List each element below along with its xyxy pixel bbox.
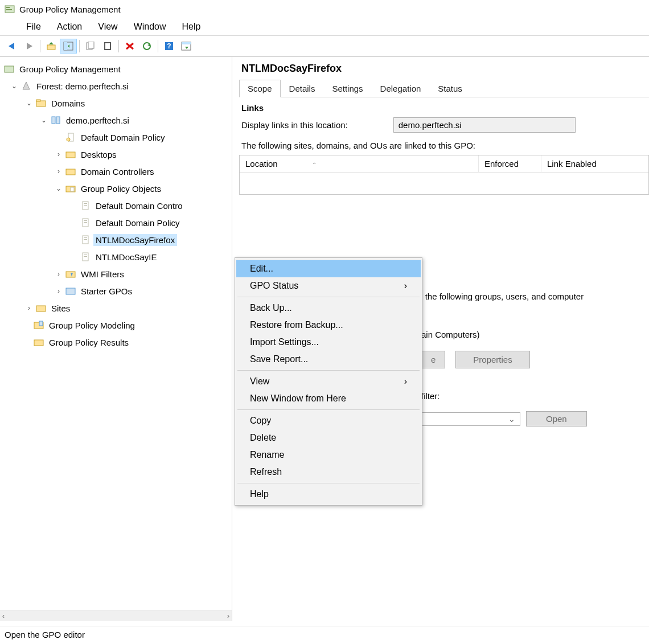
tree-domain-controllers[interactable]: › Domain Controllers bbox=[3, 163, 232, 180]
chevron-down-icon: ⌄ bbox=[508, 415, 515, 424]
col-enforced[interactable]: Enforced bbox=[479, 155, 541, 172]
menu-action[interactable]: Action bbox=[57, 22, 82, 32]
menu-window[interactable]: Window bbox=[134, 22, 166, 32]
tab-scope[interactable]: Scope bbox=[239, 80, 281, 97]
wmi-icon bbox=[65, 269, 76, 279]
paste-button[interactable] bbox=[99, 39, 116, 54]
svg-point-30 bbox=[67, 138, 70, 141]
collapse-icon[interactable]: ⌄ bbox=[40, 116, 48, 124]
ctx-copy[interactable]: Copy bbox=[236, 412, 421, 429]
svg-rect-45 bbox=[84, 255, 87, 255]
tab-delegation[interactable]: Delegation bbox=[372, 80, 430, 97]
refresh-button[interactable] bbox=[138, 39, 155, 54]
svg-rect-42 bbox=[84, 237, 87, 238]
svg-rect-50 bbox=[36, 306, 46, 311]
details-title: NTLMDocSayFirefox bbox=[241, 63, 649, 75]
collapse-icon[interactable]: ⌄ bbox=[25, 99, 33, 107]
tree-gpo-container[interactable]: ⌄ Group Policy Objects bbox=[3, 180, 232, 197]
nav-forward-button[interactable] bbox=[20, 39, 38, 54]
titlebar: Group Policy Management bbox=[0, 0, 649, 18]
tree-gpo-ntlmie[interactable]: NTLMDocSayIE bbox=[3, 248, 232, 265]
tree-default-domain-policy[interactable]: Default Domain Policy bbox=[3, 129, 232, 146]
tree-pane: Group Policy Management ⌄ Forest: demo.p… bbox=[0, 57, 232, 621]
svg-rect-32 bbox=[66, 169, 75, 175]
svg-rect-39 bbox=[84, 220, 87, 221]
tree-forest[interactable]: ⌄ Forest: demo.perftech.si bbox=[3, 77, 232, 95]
tree-desktops[interactable]: › Desktops bbox=[3, 146, 232, 163]
svg-rect-40 bbox=[84, 222, 87, 223]
expand-icon[interactable]: › bbox=[55, 167, 63, 175]
ctx-help[interactable]: Help bbox=[236, 486, 421, 503]
display-links-location-combo[interactable]: demo.perftech.si bbox=[393, 117, 576, 133]
svg-rect-11 bbox=[88, 42, 94, 48]
gpo-item-icon bbox=[80, 235, 91, 245]
svg-marker-3 bbox=[9, 43, 14, 50]
help-button[interactable]: ? bbox=[161, 39, 178, 54]
delete-button[interactable] bbox=[121, 39, 138, 54]
tree-root[interactable]: Group Policy Management bbox=[3, 60, 232, 77]
ou-icon bbox=[65, 149, 76, 159]
open-button[interactable]: Open bbox=[526, 411, 587, 426]
menu-view[interactable]: View bbox=[98, 22, 117, 32]
tree-domains[interactable]: ⌄ Domains bbox=[3, 95, 232, 112]
svg-rect-23 bbox=[5, 66, 14, 72]
window-title: Group Policy Management bbox=[19, 5, 121, 14]
menu-help[interactable]: Help bbox=[182, 22, 201, 32]
col-link-enabled[interactable]: Link Enabled bbox=[541, 155, 621, 172]
gpo-folder-icon bbox=[65, 183, 76, 194]
scroll-left-icon[interactable]: ‹ bbox=[2, 612, 5, 620]
ctx-rename[interactable]: Rename bbox=[236, 446, 421, 463]
collapse-icon[interactable]: ⌄ bbox=[55, 184, 63, 192]
ctx-restore[interactable]: Restore from Backup... bbox=[236, 317, 421, 334]
expand-icon[interactable]: › bbox=[55, 270, 63, 278]
expand-icon[interactable]: › bbox=[55, 150, 63, 158]
tree-gpo-ddc[interactable]: Default Domain Contro bbox=[3, 197, 232, 214]
tab-settings[interactable]: Settings bbox=[323, 80, 371, 97]
scroll-right-icon[interactable]: › bbox=[227, 612, 229, 620]
tree-gpo-ddp[interactable]: Default Domain Policy bbox=[3, 214, 232, 231]
security-list-item[interactable]: ain Computers) bbox=[421, 330, 649, 339]
ctx-import[interactable]: Import Settings... bbox=[236, 334, 421, 351]
tab-details[interactable]: Details bbox=[281, 80, 324, 97]
up-button[interactable] bbox=[43, 39, 60, 54]
tree-starter-gpos[interactable]: › Starter GPOs bbox=[3, 282, 232, 300]
ctx-save-report[interactable]: Save Report... bbox=[236, 351, 421, 368]
ctx-refresh[interactable]: Refresh bbox=[236, 463, 421, 481]
col-location[interactable]: Location⌃ bbox=[240, 155, 479, 172]
options-button[interactable] bbox=[178, 39, 195, 54]
svg-text:?: ? bbox=[167, 42, 171, 50]
copy-button[interactable] bbox=[82, 39, 99, 54]
ctx-view[interactable]: View› bbox=[236, 373, 421, 390]
status-text: Open the GPO editor bbox=[5, 630, 85, 639]
svg-rect-31 bbox=[66, 152, 75, 158]
ctx-delete[interactable]: Delete bbox=[236, 429, 421, 446]
starter-gpo-icon bbox=[65, 286, 76, 296]
tree-gpo-ntlmfirefox[interactable]: NTLMDocSayFirefox bbox=[3, 231, 232, 248]
expand-icon[interactable]: › bbox=[55, 287, 63, 295]
svg-marker-17 bbox=[147, 44, 150, 47]
security-filtering-desc: to the following groups, users, and comp… bbox=[416, 292, 649, 301]
tree-wmi-filters[interactable]: › WMI Filters bbox=[3, 265, 232, 282]
tree-sites[interactable]: › Sites bbox=[3, 300, 232, 317]
horizontal-scrollbar[interactable]: ‹ › bbox=[0, 610, 232, 621]
ctx-gpo-status[interactable]: GPO Status› bbox=[236, 277, 421, 294]
svg-rect-36 bbox=[84, 203, 87, 204]
properties-button[interactable]: Properties bbox=[455, 351, 529, 368]
show-hide-tree-button[interactable] bbox=[60, 39, 77, 54]
ctx-edit[interactable]: Edit... bbox=[236, 260, 421, 277]
nav-back-button[interactable] bbox=[3, 39, 20, 54]
svg-rect-53 bbox=[34, 340, 43, 346]
ctx-new-window[interactable]: New Window from Here bbox=[236, 390, 421, 407]
tree-gp-modeling[interactable]: Group Policy Modeling bbox=[3, 317, 232, 334]
ctx-backup[interactable]: Back Up... bbox=[236, 300, 421, 317]
expand-icon[interactable]: › bbox=[25, 304, 33, 312]
tab-status[interactable]: Status bbox=[429, 80, 471, 97]
svg-rect-1 bbox=[6, 7, 10, 8]
svg-rect-47 bbox=[66, 272, 75, 277]
collapse-icon[interactable]: ⌄ bbox=[10, 82, 18, 90]
menu-file[interactable]: File bbox=[26, 22, 41, 32]
tree-gp-results[interactable]: Group Policy Results bbox=[3, 334, 232, 351]
links-grid[interactable]: Location⌃ Enforced Link Enabled bbox=[239, 155, 649, 195]
remove-button[interactable]: e bbox=[421, 351, 445, 368]
tree-domain[interactable]: ⌄ demo.perftech.si bbox=[3, 112, 232, 129]
